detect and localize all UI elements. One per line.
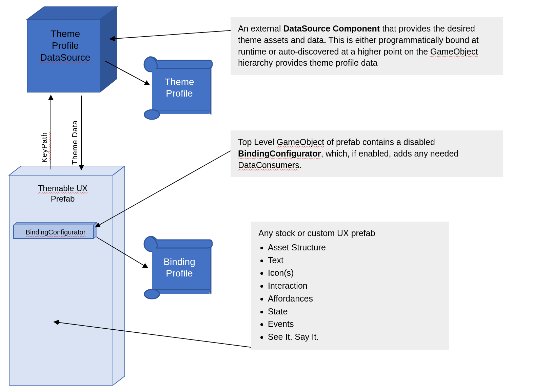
box-label-line2: Prefab: [51, 194, 75, 203]
callout-bindingconfigurator: Top Level GameObject of prefab contains …: [231, 130, 503, 177]
svg-point-11: [144, 110, 159, 119]
edge-label-themedata: Theme Data: [71, 104, 79, 165]
scroll2-label: Binding Profile: [154, 256, 205, 279]
c1-go: GameObject: [430, 47, 478, 56]
c3-title: Any stock or custom UX prefab: [258, 228, 375, 238]
c2-bold: BindingConfigurator: [238, 149, 321, 158]
c3-item: State: [268, 305, 441, 318]
svg-marker-5: [100, 7, 117, 92]
scroll1-line1: Theme: [164, 77, 194, 87]
c1-text-pre: An external: [238, 24, 283, 33]
c1-bold: DataSource Component: [283, 24, 380, 33]
cube-label: Theme Profile DataSource: [32, 28, 98, 63]
svg-marker-2: [113, 166, 125, 385]
box-label: Themable UX Prefab: [29, 183, 97, 204]
svg-rect-12: [152, 110, 210, 110]
bar-label: BindingConfigurator: [16, 228, 96, 236]
c2-mid-a: of prefab contains a disabled: [324, 137, 435, 147]
cube-label-line2: Profile: [52, 40, 79, 51]
c3-item: Icon(s): [268, 267, 441, 280]
svg-marker-7: [14, 222, 97, 225]
c2-pre: Top Level: [238, 137, 277, 147]
c1-text-c: hierarchy provides theme profile data: [238, 58, 377, 67]
scroll2-line2: Profile: [166, 268, 193, 278]
svg-marker-1: [9, 166, 125, 175]
scroll1-label: Theme Profile: [154, 76, 205, 99]
box-label-line1: Themable UX: [38, 184, 88, 193]
c3-item: Text: [268, 254, 441, 267]
c2-end: .: [299, 160, 302, 170]
c3-item: Affordances: [268, 292, 441, 305]
c2-go: GameObject: [277, 137, 324, 147]
c3-item: Events: [268, 318, 441, 331]
c2-mid-b: , which, if enabled, adds any needed: [321, 149, 458, 158]
scroll1-line2: Profile: [166, 88, 193, 99]
cube-label-line3: DataSource: [40, 52, 91, 63]
bar-label-text: BindingConfigurator: [26, 228, 86, 236]
svg-rect-16: [152, 289, 210, 290]
c2-dc: DataConsumers: [238, 160, 299, 170]
c3-item: See It. Say It.: [268, 331, 441, 344]
callout-prefab-contents: Any stock or custom UX prefab Asset Stru…: [251, 222, 449, 350]
cube-label-line1: Theme: [51, 28, 80, 39]
c3-item: Interaction: [268, 280, 441, 292]
arrow-callout1-to-cube: [110, 30, 231, 39]
c3-list: Asset Structure Text Icon(s) Interaction…: [268, 241, 441, 344]
c1-dot: .: [324, 35, 326, 45]
callout-datasource: An external DataSource Component that pr…: [231, 17, 503, 75]
svg-point-15: [144, 289, 159, 299]
svg-rect-0: [9, 175, 113, 385]
scroll2-line1: Binding: [163, 256, 195, 267]
edge-label-keypath: KeyPath: [40, 105, 49, 163]
c3-item: Asset Structure: [268, 241, 441, 254]
